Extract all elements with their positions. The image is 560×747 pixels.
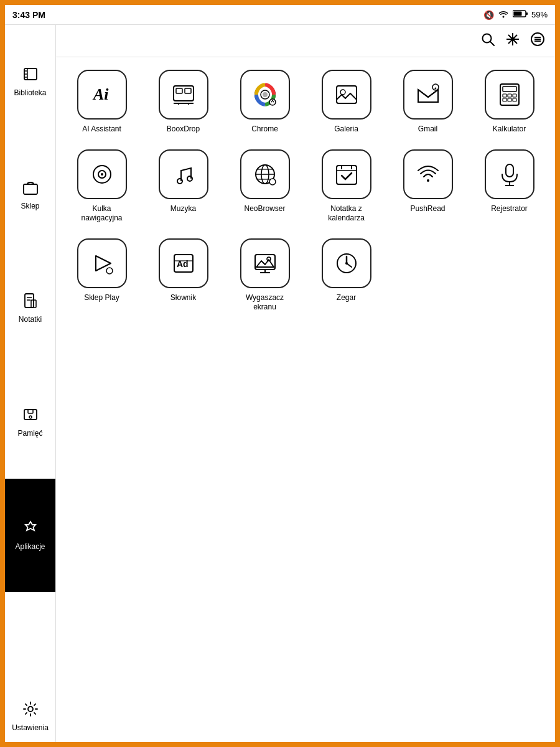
- svg-point-55: [187, 176, 192, 181]
- zegar-icon-wrapper: [322, 238, 371, 288]
- svg-point-66: [427, 179, 429, 182]
- app-grid-container: Ai AI Assistant: [56, 57, 555, 742]
- svg-point-53: [101, 173, 103, 176]
- svg-rect-46: [508, 94, 511, 97]
- app-booxdrop[interactable]: BooxDrop: [147, 70, 219, 134]
- kulka-label: Kulka nawigacyjna: [74, 204, 130, 223]
- svg-rect-31: [185, 88, 191, 93]
- content-area: Ai AI Assistant: [56, 25, 555, 742]
- menu-icon[interactable]: [530, 32, 545, 50]
- svg-point-81: [345, 262, 348, 265]
- svg-rect-47: [513, 94, 516, 97]
- app-muzyka[interactable]: Muzyka: [147, 149, 219, 223]
- status-bar: 3:43 PM 🔇 59%: [5, 5, 555, 25]
- sklep-play-icon-wrapper: [77, 238, 127, 288]
- wygaszacz-icon-wrapper: [240, 238, 290, 288]
- battery-icon: [513, 9, 528, 20]
- svg-rect-48: [503, 98, 506, 101]
- pushread-label: PushRead: [410, 204, 445, 214]
- sklep-play-label: Sklep Play: [84, 293, 119, 303]
- rejestrator-label: Rejestrator: [491, 204, 528, 214]
- svg-rect-39: [337, 86, 357, 103]
- sidebar-item-pamiec[interactable]: Pamięć: [5, 365, 55, 479]
- svg-text:Ad: Ad: [177, 259, 189, 269]
- svg-rect-14: [28, 410, 33, 413]
- sidebar: Biblioteka Sklep: [5, 25, 56, 742]
- aplikacje-icon: [22, 520, 39, 540]
- galeria-icon-wrapper: [322, 70, 371, 120]
- biblioteka-icon: [22, 66, 39, 86]
- sidebar-item-biblioteka[interactable]: Biblioteka: [5, 25, 55, 138]
- app-notatka-kal[interactable]: Notatka z kalendarza: [310, 149, 382, 223]
- galeria-label: Galeria: [334, 125, 358, 134]
- gmail-icon-wrapper: ★: [403, 70, 453, 120]
- notatki-icon: [22, 293, 39, 312]
- ai-assistant-icon-wrapper: Ai: [77, 70, 127, 120]
- sidebar-item-sklep[interactable]: Sklep: [5, 138, 55, 251]
- status-icons: 🔇 59%: [483, 9, 548, 20]
- booxdrop-label: BooxDrop: [167, 125, 200, 134]
- app-sklep-play[interactable]: Sklep Play: [66, 238, 138, 312]
- svg-point-40: [340, 90, 345, 95]
- app-slownik[interactable]: Ad Słownik: [147, 238, 219, 312]
- svg-point-61: [269, 179, 276, 185]
- gmail-label: Gmail: [418, 125, 437, 134]
- app-gmail[interactable]: ★ Gmail: [392, 70, 464, 134]
- svg-rect-30: [176, 88, 182, 93]
- muzyka-icon-wrapper: [159, 149, 208, 199]
- app-galeria[interactable]: Galeria: [310, 70, 382, 134]
- notatki-label: Notatki: [19, 315, 42, 324]
- app-grid: Ai AI Assistant: [66, 70, 545, 312]
- app-chrome[interactable]: Chrome: [229, 70, 301, 134]
- ai-assistant-label: AI Assistant: [82, 125, 121, 134]
- search-icon[interactable]: [480, 32, 495, 50]
- kalkulator-label: Kalkulator: [493, 125, 526, 134]
- pamiec-icon: [22, 406, 39, 426]
- svg-rect-8: [24, 184, 37, 194]
- battery-percent: 59%: [531, 10, 548, 19]
- svg-rect-67: [506, 164, 513, 177]
- rejestrator-icon-wrapper: [485, 149, 534, 199]
- ustawienia-label: Ustawienia: [12, 723, 49, 732]
- kulka-icon-wrapper: [77, 149, 127, 199]
- app-zegar[interactable]: Zegar: [310, 238, 382, 312]
- aplikacje-label: Aplikacje: [15, 542, 45, 551]
- booxdrop-icon-wrapper: [159, 70, 208, 120]
- svg-rect-44: [503, 87, 516, 92]
- svg-rect-50: [513, 98, 516, 101]
- app-rejestrator[interactable]: Rejestrator: [474, 149, 545, 223]
- freeze-icon[interactable]: [505, 32, 520, 50]
- app-neobrowser[interactable]: NeoBrowser: [229, 149, 301, 223]
- sidebar-item-notatki[interactable]: Notatki: [5, 252, 55, 365]
- app-ai-assistant[interactable]: Ai AI Assistant: [66, 70, 138, 134]
- muzyka-label: Muzyka: [170, 204, 196, 214]
- svg-point-54: [177, 179, 182, 184]
- svg-rect-49: [508, 98, 511, 101]
- kalkulator-icon-wrapper: [485, 70, 534, 120]
- sidebar-item-ustawienia[interactable]: Ustawienia: [5, 691, 55, 742]
- slownik-icon-wrapper: Ad: [159, 238, 208, 288]
- svg-text:★: ★: [433, 87, 436, 90]
- svg-point-15: [29, 416, 32, 418]
- svg-point-70: [106, 268, 113, 274]
- pushread-icon-wrapper: [403, 149, 453, 199]
- svg-point-16: [28, 707, 33, 712]
- svg-line-18: [490, 42, 494, 45]
- svg-rect-2: [513, 12, 521, 16]
- app-kalkulator[interactable]: Kalkulator: [474, 70, 545, 134]
- neobrowser-icon-wrapper: [240, 149, 290, 199]
- ustawienia-icon: [22, 701, 39, 721]
- app-kulka[interactable]: Kulka nawigacyjna: [66, 149, 138, 223]
- pamiec-label: Pamięć: [17, 429, 42, 438]
- svg-point-37: [263, 92, 268, 97]
- zegar-label: Zegar: [337, 293, 356, 303]
- sidebar-item-aplikacje[interactable]: Aplikacje: [5, 479, 55, 592]
- app-wygaszacz[interactable]: Wygaszacz ekranu: [229, 238, 301, 312]
- status-time: 3:43 PM: [12, 10, 45, 20]
- app-pushread[interactable]: PushRead: [392, 149, 464, 223]
- wifi-icon: [498, 9, 509, 20]
- sklep-icon: [22, 179, 39, 199]
- biblioteka-label: Biblioteka: [14, 88, 46, 97]
- svg-rect-1: [526, 12, 528, 15]
- wygaszacz-label: Wygaszacz ekranu: [237, 293, 293, 312]
